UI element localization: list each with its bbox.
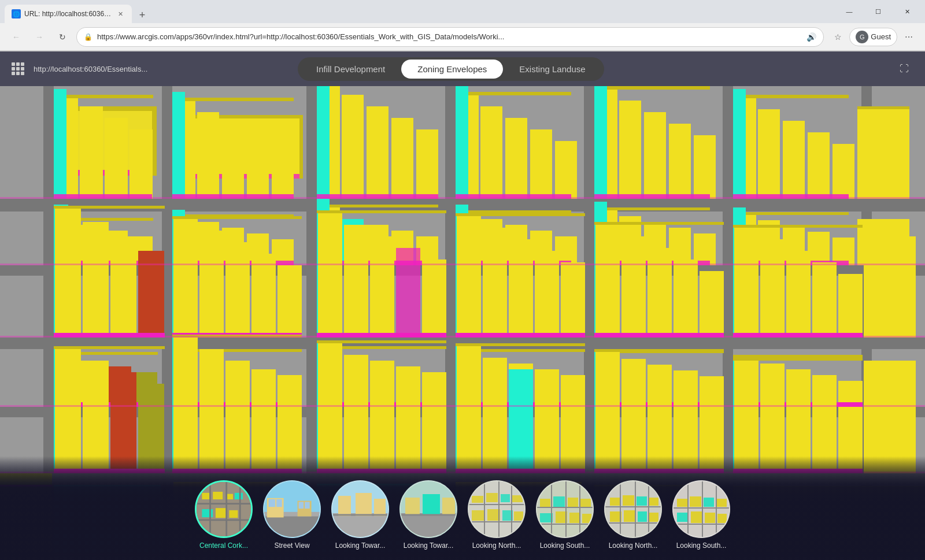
thumbnails-bar: Centeral Cork... Street View (0, 456, 925, 560)
svg-rect-281 (0, 336, 925, 338)
svg-rect-48 (505, 118, 527, 199)
svg-rect-335 (568, 498, 578, 507)
reload-button[interactable]: ↻ (53, 28, 72, 46)
svg-rect-129 (199, 231, 224, 338)
svg-rect-350 (649, 498, 658, 506)
svg-rect-55 (619, 101, 641, 199)
svg-rect-347 (610, 498, 620, 506)
tab-zoning[interactable]: Zoning Envelopes (401, 60, 503, 79)
svg-rect-39 (342, 95, 364, 199)
svg-rect-145 (483, 228, 507, 338)
maximize-button[interactable]: ☐ (865, 2, 891, 21)
settings-icon[interactable]: ⋯ (900, 28, 918, 46)
svg-rect-319 (472, 496, 483, 503)
url-field[interactable]: 🔒 https://www.arcgis.com/apps/360vr/inde… (76, 27, 824, 47)
svg-rect-346 (605, 481, 662, 538)
svg-rect-288 (235, 493, 243, 499)
svg-rect-354 (649, 513, 658, 522)
svg-rect-285 (202, 493, 210, 499)
svg-rect-58 (694, 135, 716, 199)
svg-rect-42 (416, 129, 438, 199)
minimize-button[interactable]: — (836, 2, 863, 21)
svg-rect-333 (540, 499, 550, 507)
browser-tab[interactable]: 🌐 URL: http://localhost:60360/Esse... ✕ (5, 5, 132, 23)
thumb-looking-south-1[interactable]: Looking South... (536, 480, 594, 550)
svg-rect-320 (486, 493, 498, 502)
svg-rect-128 (173, 219, 198, 338)
svg-rect-287 (227, 494, 233, 499)
thumb-looking-south-2[interactable]: Looking South... (672, 480, 730, 550)
svg-rect-123 (110, 236, 136, 338)
svg-rect-32 (222, 124, 244, 199)
svg-rect-35 (172, 98, 294, 101)
svg-rect-245 (456, 343, 585, 346)
favorites-icon[interactable]: ☆ (828, 28, 847, 46)
svg-rect-57 (669, 124, 691, 199)
svg-rect-326 (514, 511, 523, 521)
svg-rect-349 (637, 496, 647, 506)
thumb-central-cork[interactable]: Centeral Cork... (195, 480, 253, 550)
svg-rect-132 (278, 265, 302, 338)
thumb-street-view[interactable]: Street View (263, 480, 321, 550)
close-button[interactable]: ✕ (894, 2, 920, 21)
fullscreen-button[interactable]: ⛶ (895, 60, 913, 78)
svg-rect-26 (130, 129, 153, 199)
thumb-looking-north-1[interactable]: Looking North... (468, 480, 526, 550)
svg-rect-307 (332, 513, 389, 538)
svg-rect-121 (55, 207, 81, 338)
new-tab-button[interactable]: + (134, 7, 150, 23)
app-grid-icon[interactable] (12, 62, 24, 75)
svg-rect-131 (251, 254, 276, 338)
thumb-looking-north-2[interactable]: Looking North... (604, 480, 662, 550)
thumb-label-looking-north-2: Looking North... (609, 542, 658, 550)
svg-rect-308 (338, 496, 351, 516)
svg-rect-130 (225, 242, 250, 338)
svg-rect-240 (457, 346, 481, 473)
svg-rect-60 (594, 86, 607, 199)
svg-rect-71 (857, 106, 909, 109)
svg-rect-232 (318, 343, 342, 473)
svg-rect-289 (202, 509, 213, 517)
svg-rect-138 (370, 236, 394, 338)
forward-button[interactable]: → (30, 28, 49, 46)
tab-close-button[interactable]: ✕ (116, 9, 125, 18)
svg-rect-217 (55, 349, 81, 473)
thumb-looking-toward-2[interactable]: Looking Towar... (399, 480, 457, 550)
guest-profile-button[interactable]: G Guest (849, 28, 897, 46)
title-bar: 🌐 URL: http://localhost:60360/Esse... ✕ … (0, 0, 925, 23)
svg-rect-137 (344, 225, 368, 338)
thumb-label-looking-south-2: Looking South... (676, 542, 727, 550)
svg-rect-322 (512, 495, 523, 502)
svg-rect-44 (317, 86, 330, 199)
svg-rect-314 (405, 498, 420, 515)
app-title: http://localhost:60360/Essentials... (34, 65, 147, 73)
svg-rect-125 (54, 206, 165, 209)
tab-title: URL: http://localhost:60360/Esse... (24, 10, 112, 18)
svg-rect-366 (691, 511, 702, 523)
svg-rect-52 (456, 86, 468, 199)
tab-infill[interactable]: Infill Development (300, 60, 401, 79)
tab-landuse[interactable]: Existing Landuse (503, 60, 601, 79)
svg-rect-213 (733, 355, 863, 358)
svg-rect-68 (733, 89, 746, 199)
svg-rect-309 (356, 493, 372, 516)
svg-rect-24 (80, 106, 103, 199)
svg-rect-310 (374, 499, 386, 516)
svg-rect-148 (561, 262, 585, 338)
svg-rect-149 (456, 213, 585, 216)
svg-rect-156 (700, 271, 724, 338)
thumb-looking-toward-1[interactable]: Looking Towar... (331, 480, 389, 550)
svg-rect-290 (216, 508, 227, 518)
svg-rect-49 (530, 129, 552, 199)
svg-rect-339 (569, 513, 580, 523)
svg-rect-160 (734, 228, 758, 338)
svg-rect-59 (594, 86, 710, 90)
svg-rect-368 (717, 514, 727, 523)
svg-rect-154 (648, 248, 672, 338)
back-button[interactable]: ← (7, 28, 25, 46)
svg-rect-20 (299, 115, 303, 179)
svg-rect-334 (553, 496, 565, 507)
svg-rect-136 (318, 213, 342, 338)
url-right-icons: 🔊 (806, 32, 816, 42)
svg-rect-161 (760, 239, 785, 338)
